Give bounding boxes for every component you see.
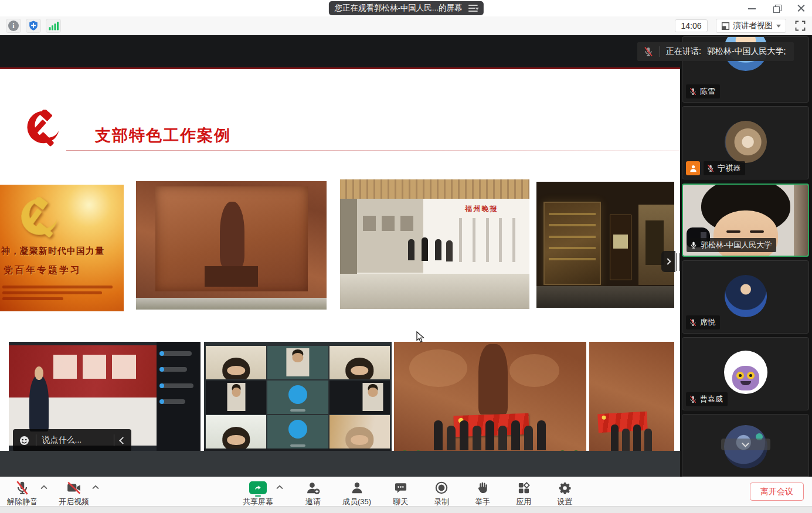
participants-panel: 陈雪 宁祺器 [680, 35, 812, 477]
raise-hand-button[interactable]: 举手 [471, 480, 494, 507]
photo-exhibit-room [536, 182, 674, 308]
participant-tile-speaking[interactable]: 郭松林-中国人民大学 [682, 184, 809, 257]
participant-tile[interactable]: 曹嘉威 [682, 337, 809, 410]
participant-tile[interactable]: 席悦 [682, 260, 809, 334]
fullscreen-button[interactable] [794, 20, 806, 32]
avatar [724, 351, 767, 394]
slide-title: 支部特色工作案例 [95, 125, 231, 146]
share-options-chevron[interactable] [276, 485, 284, 507]
participant-name: 郭松林-中国人民大学 [701, 240, 772, 250]
mic-muted-icon [689, 395, 697, 403]
apps-grid-icon [517, 481, 531, 495]
meeting-info-button[interactable]: i [6, 19, 21, 33]
speaking-prefix: 正在讲话: [666, 46, 701, 57]
party-emblem-icon [22, 110, 60, 148]
photo-sculpture-monument [136, 181, 327, 310]
person-plus-icon [306, 481, 321, 495]
participant-tile[interactable] [682, 414, 809, 477]
participant-name: 曹嘉威 [700, 394, 723, 405]
person-icon [350, 481, 364, 495]
slide-top-border [0, 67, 680, 69]
poster-line-2: 党百年专题学习 [4, 264, 81, 277]
presenter-badge [686, 161, 700, 175]
record-icon [434, 481, 449, 495]
photo-party-poster: 神，凝聚新时代中国力量 党百年专题学习 [0, 185, 124, 311]
screen-watch-menu-icon[interactable] [468, 5, 478, 12]
scroll-more-button[interactable] [721, 439, 770, 450]
unmute-button[interactable]: 解除静音 [7, 480, 38, 507]
avatar [725, 121, 767, 163]
video-options-chevron[interactable] [91, 485, 100, 490]
leave-meeting-button[interactable]: 离开会议 [750, 483, 804, 501]
window-titlebar: 您正在观看郭松林-中国人民...的屏幕 [0, 0, 812, 16]
chat-button[interactable]: 聊天 [389, 480, 412, 507]
info-icon: i [8, 21, 19, 31]
mouse-cursor [416, 331, 425, 343]
apps-button[interactable]: 应用 [512, 480, 535, 507]
photo-group-flag-partial [589, 342, 674, 451]
main-area: 支部特色工作案例 神，凝聚新时代中国力量 党百年专题学习 福州晚报 [0, 35, 812, 477]
layout-icon [721, 22, 730, 30]
participant-name: 陈雪 [700, 86, 715, 97]
mic-muted-icon [643, 46, 654, 57]
taskbar-strip [0, 506, 812, 513]
view-mode-selector[interactable]: 演讲者视图 [716, 19, 787, 33]
gold-emblem-icon [13, 195, 60, 243]
meeting-topbar-right: 14:06 演讲者视图 [675, 16, 806, 35]
participant-name: 宁祺器 [718, 163, 740, 174]
stream-comment-bar: 说点什么... [13, 429, 132, 451]
record-button[interactable]: 录制 [430, 480, 453, 507]
close-button[interactable] [796, 2, 807, 14]
meeting-topbar-left: i [6, 16, 61, 35]
view-mode-label: 演讲者视图 [733, 21, 773, 31]
participant-tile[interactable]: 宁祺器 [682, 106, 809, 179]
participant-name: 席悦 [700, 317, 715, 328]
mic-muted-icon [689, 87, 697, 96]
avatar [725, 275, 767, 317]
mic-muted-icon [689, 318, 697, 327]
stream-comment-placeholder: 说点什么... [42, 435, 108, 446]
chevron-down-icon [776, 25, 781, 30]
chevron-down-icon [742, 440, 749, 447]
signal-bars-icon [48, 21, 59, 31]
share-screen-button[interactable]: 共享屏幕 [243, 480, 273, 507]
camera-off-icon [66, 480, 81, 495]
panel-collapse-button[interactable] [661, 251, 675, 272]
poster-line-1: 神，凝聚新时代中国力量 [1, 246, 104, 257]
chevron-left-icon [119, 437, 127, 444]
mic-muted-icon [706, 164, 715, 172]
shield-icon [28, 20, 39, 32]
members-button[interactable]: 成员(35) [342, 480, 371, 507]
panel-resize-handle[interactable] [676, 253, 680, 271]
network-status-button[interactable] [46, 19, 61, 33]
restore-button[interactable] [771, 2, 783, 14]
smiley-icon [19, 435, 30, 446]
meeting-app-window: 您正在观看郭松林-中国人民...的屏幕 i 14:06 演讲者视图 [0, 0, 812, 513]
gear-icon [558, 481, 572, 495]
minimize-button[interactable] [746, 2, 758, 14]
invite-button[interactable]: 邀请 [301, 480, 325, 507]
chevron-right-icon [664, 258, 671, 264]
security-button[interactable] [26, 19, 41, 33]
meeting-topbar: i 14:06 演讲者视图 [0, 16, 812, 35]
person-icon [689, 164, 698, 173]
presentation-slide: 支部特色工作案例 神，凝聚新时代中国力量 党百年专题学习 福州晚报 [0, 67, 680, 451]
photo-museum-hall: 福州晚报 [340, 179, 529, 309]
photo-livestream-screenshot: 说点什么... [9, 342, 201, 451]
screen-watch-banner[interactable]: 您正在观看郭松林-中国人民...的屏幕 [328, 1, 483, 15]
photo-video-meeting-screenshot [204, 342, 392, 451]
meeting-toolbar: 解除静音 开启视频 共享屏幕 邀请 成员 [0, 477, 812, 506]
chat-bubble-icon [394, 481, 407, 495]
settings-button[interactable]: 设置 [553, 480, 576, 507]
mic-options-chevron[interactable] [40, 485, 48, 490]
meeting-clock: 14:06 [675, 19, 707, 32]
mic-muted-icon [15, 480, 30, 495]
share-screen-icon [249, 481, 267, 494]
start-video-button[interactable]: 开启视频 [59, 480, 89, 507]
screen-watch-text: 您正在观看郭松林-中国人民...的屏幕 [334, 3, 462, 13]
museum-banner-text: 福州晚报 [465, 204, 498, 214]
photo-group-flag [394, 342, 586, 451]
window-controls [746, 0, 807, 16]
title-underline [66, 150, 680, 151]
speaking-name: 郭松林-中国人民大学; [707, 46, 786, 57]
